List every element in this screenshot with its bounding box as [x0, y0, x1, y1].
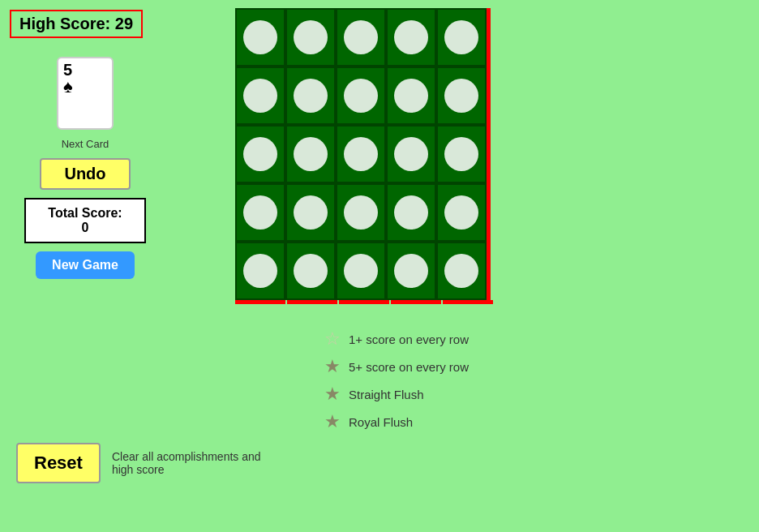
card-face: [444, 195, 478, 230]
grid-row-1: [235, 8, 493, 66]
bottom-red-bars: [235, 300, 493, 304]
card-face: [294, 254, 328, 288]
cell-2-4[interactable]: [386, 66, 436, 125]
cell-2-5[interactable]: [436, 66, 487, 125]
card-rank: 5: [63, 62, 72, 78]
row-4-red-bar: [487, 183, 491, 242]
achievement-text-4: Royal Flush: [349, 415, 413, 429]
next-card-label: Next Card: [62, 138, 109, 150]
card-face: [444, 137, 478, 171]
grid-row-4: [235, 183, 493, 242]
achievement-text-1: 1+ score on every row: [349, 332, 469, 346]
star-icon-2: ★: [324, 356, 341, 377]
col-5-bottom-bar: [443, 300, 493, 304]
next-card: 5 ♠: [57, 57, 114, 130]
cell-2-1[interactable]: [235, 66, 285, 125]
card-suit: ♠: [63, 78, 73, 96]
cell-4-1[interactable]: [235, 183, 285, 242]
grid-row-3: [235, 125, 493, 183]
new-game-button[interactable]: New Game: [36, 251, 135, 279]
grid-row-2: [235, 66, 493, 125]
cell-5-1[interactable]: [235, 242, 285, 300]
star-icon-1: ☆: [324, 328, 341, 350]
cell-4-3[interactable]: [336, 183, 386, 242]
cell-1-2[interactable]: [285, 8, 336, 66]
card-face: [243, 254, 277, 288]
score-box: Total Score: 0: [24, 198, 146, 243]
score-value: 0: [42, 221, 128, 235]
cell-3-4[interactable]: [386, 125, 436, 183]
achievement-2: ★ 5+ score on every row: [324, 356, 469, 377]
row-2-red-bar: [487, 66, 491, 125]
cell-4-4[interactable]: [386, 183, 436, 242]
cell-1-4[interactable]: [386, 8, 436, 66]
star-icon-4: ★: [324, 411, 341, 432]
cell-4-2[interactable]: [285, 183, 336, 242]
card-face: [444, 20, 478, 54]
high-score-text: High Score: 29: [19, 15, 133, 32]
col-1-bottom-bar: [235, 300, 285, 304]
cell-5-4[interactable]: [386, 242, 436, 300]
row-4-cells: [235, 183, 487, 242]
grid-row-5: [235, 242, 493, 300]
reset-area: Reset Clear all acomplishments and high …: [16, 443, 274, 483]
card-face: [394, 20, 428, 54]
cell-3-1[interactable]: [235, 125, 285, 183]
card-face: [444, 79, 478, 113]
row-2-cells: [235, 66, 487, 125]
cell-1-1[interactable]: [235, 8, 285, 66]
score-label: Total Score:: [42, 206, 128, 221]
card-face: [344, 137, 378, 171]
card-face: [394, 254, 428, 288]
high-score-display: High Score: 29: [10, 10, 143, 38]
col-4-bottom-bar: [391, 300, 441, 304]
card-face: [294, 195, 328, 230]
cell-1-3[interactable]: [336, 8, 386, 66]
card-face: [294, 20, 328, 54]
game-grid-area: [235, 8, 493, 304]
cell-2-2[interactable]: [285, 66, 336, 125]
card-face: [444, 254, 478, 288]
row-3-cells: [235, 125, 487, 183]
cell-3-5[interactable]: [436, 125, 487, 183]
cell-3-3[interactable]: [336, 125, 386, 183]
row-1-cells: [235, 8, 487, 66]
card-face: [344, 195, 378, 230]
cell-1-5[interactable]: [436, 8, 487, 66]
left-panel: 5 ♠ Next Card Undo Total Score: 0 New Ga…: [24, 57, 146, 279]
card-face: [294, 137, 328, 171]
cell-5-5[interactable]: [436, 242, 487, 300]
card-face: [243, 137, 277, 171]
card-face: [344, 79, 378, 113]
cell-2-3[interactable]: [336, 66, 386, 125]
row-5-red-bar: [487, 242, 491, 300]
row-5-cells: [235, 242, 487, 300]
card-face: [243, 20, 277, 54]
reset-button[interactable]: Reset: [16, 443, 101, 483]
row-3-red-bar: [487, 125, 491, 183]
achievement-text-2: 5+ score on every row: [349, 360, 469, 374]
reset-description: Clear all acomplishments and high score: [112, 450, 274, 476]
col-2-bottom-bar: [287, 300, 337, 304]
card-face: [243, 79, 277, 113]
cell-3-2[interactable]: [285, 125, 336, 183]
card-face: [344, 20, 378, 54]
achievement-1: ☆ 1+ score on every row: [324, 328, 469, 350]
star-icon-3: ★: [324, 384, 341, 405]
achievement-3: ★ Straight Flush: [324, 384, 469, 405]
card-face: [394, 79, 428, 113]
card-face: [344, 254, 378, 288]
card-face: [394, 137, 428, 171]
achievement-text-3: Straight Flush: [349, 388, 424, 401]
card-face: [394, 195, 428, 230]
cell-5-3[interactable]: [336, 242, 386, 300]
achievements-panel: ☆ 1+ score on every row ★ 5+ score on ev…: [324, 328, 469, 432]
card-face: [294, 79, 328, 113]
achievement-4: ★ Royal Flush: [324, 411, 469, 432]
cell-4-5[interactable]: [436, 183, 487, 242]
grid-wrapper: [235, 8, 493, 304]
card-face: [243, 195, 277, 230]
undo-button[interactable]: Undo: [40, 158, 130, 190]
col-3-bottom-bar: [339, 300, 389, 304]
cell-5-2[interactable]: [285, 242, 336, 300]
